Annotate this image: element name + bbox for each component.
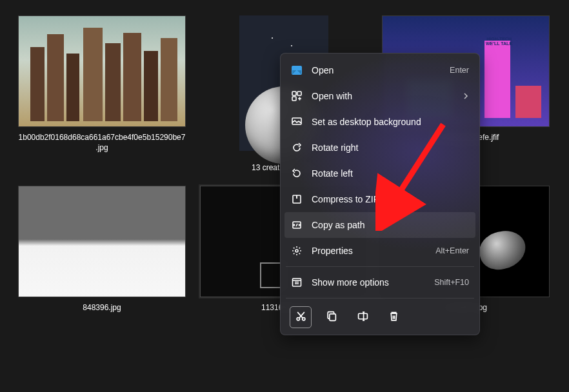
menu-item-show-more[interactable]: Show more options Shift+F10 bbox=[284, 270, 475, 295]
menu-label: Compress to ZIP file bbox=[312, 194, 469, 204]
menu-item-set-desktop-bg[interactable]: Set as desktop background bbox=[284, 109, 475, 135]
copy-button[interactable] bbox=[321, 306, 343, 328]
svg-rect-0 bbox=[292, 92, 296, 95]
menu-item-open[interactable]: Open Enter bbox=[284, 57, 475, 83]
menu-separator bbox=[286, 298, 474, 299]
file-item[interactable]: 848396.jpg bbox=[18, 186, 186, 313]
menu-shortcut: Shift+F10 bbox=[434, 278, 469, 287]
rename-icon bbox=[357, 311, 368, 324]
file-thumbnail bbox=[18, 15, 186, 127]
menu-item-open-with[interactable]: Open with bbox=[284, 83, 475, 109]
menu-shortcut: Enter bbox=[450, 66, 469, 75]
file-item[interactable]: 1b00db2f0168d68ca661a67cbe4f0e5b15290be7… bbox=[18, 15, 186, 173]
file-name-label: 1b00db2f0168d68ca661a67cbe4f0e5b15290be7… bbox=[18, 132, 186, 153]
svg-point-9 bbox=[302, 317, 304, 320]
menu-label: Properties bbox=[312, 246, 435, 256]
open-with-icon bbox=[291, 90, 303, 102]
svg-rect-10 bbox=[329, 313, 335, 320]
menu-label: Set as desktop background bbox=[312, 117, 469, 127]
copy-icon bbox=[326, 311, 337, 324]
copy-path-icon bbox=[291, 219, 303, 231]
svg-rect-1 bbox=[297, 92, 301, 95]
rename-button[interactable] bbox=[352, 306, 374, 328]
svg-rect-11 bbox=[358, 313, 367, 319]
menu-item-copy-as-path[interactable]: Copy as path bbox=[284, 212, 475, 238]
menu-separator bbox=[286, 266, 474, 267]
cut-icon bbox=[295, 311, 306, 324]
rotate-left-icon bbox=[291, 168, 303, 179]
svg-rect-2 bbox=[292, 97, 296, 101]
menu-shortcut: Alt+Enter bbox=[435, 246, 469, 255]
delete-button[interactable] bbox=[383, 306, 404, 328]
rotate-right-icon bbox=[291, 142, 303, 153]
menu-label: Copy as path bbox=[312, 220, 469, 230]
menu-label: Open with bbox=[312, 91, 463, 101]
cut-button[interactable] bbox=[290, 306, 312, 328]
menu-label: Open bbox=[312, 65, 450, 75]
menu-item-rotate-right[interactable]: Rotate right bbox=[284, 135, 475, 161]
menu-label: Rotate right bbox=[312, 142, 469, 153]
svg-point-8 bbox=[297, 317, 299, 320]
svg-point-6 bbox=[295, 250, 298, 252]
menu-action-bar bbox=[284, 301, 475, 331]
delete-icon bbox=[388, 311, 399, 324]
context-menu: Open Enter Open with Set as desktop back… bbox=[280, 53, 480, 335]
chevron-right-icon bbox=[463, 91, 469, 101]
menu-item-compress-zip[interactable]: Compress to ZIP file bbox=[284, 186, 475, 212]
menu-item-properties[interactable]: Properties Alt+Enter bbox=[284, 238, 475, 264]
desktop-bg-icon bbox=[291, 116, 303, 128]
file-thumbnail bbox=[18, 186, 186, 297]
file-name-label: 848396.jpg bbox=[83, 302, 121, 313]
more-icon bbox=[291, 277, 303, 288]
menu-item-rotate-left[interactable]: Rotate left bbox=[284, 161, 475, 186]
properties-icon bbox=[291, 245, 303, 257]
zip-icon bbox=[291, 193, 303, 205]
menu-label: Rotate left bbox=[312, 168, 469, 179]
image-icon bbox=[291, 64, 303, 76]
menu-label: Show more options bbox=[312, 277, 434, 288]
